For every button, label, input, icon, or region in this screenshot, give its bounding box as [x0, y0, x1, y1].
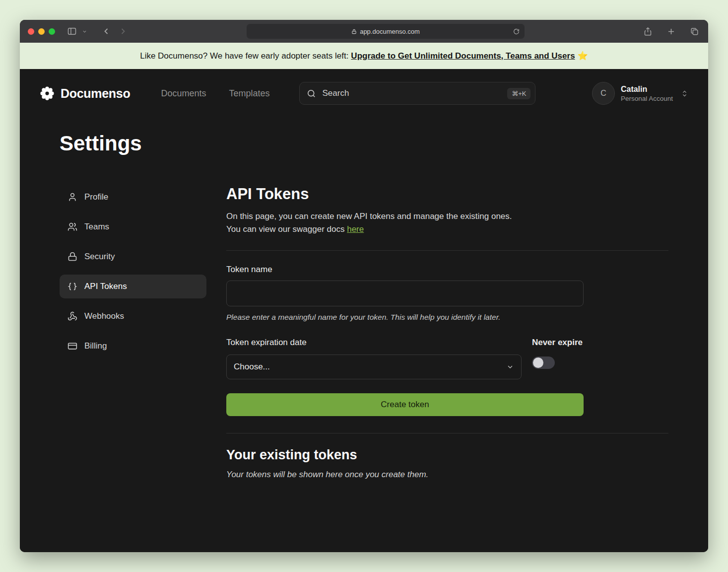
sidebar-toggle-icon[interactable] [66, 25, 78, 37]
sidebar-item-label: Profile [84, 192, 108, 202]
nav-documents[interactable]: Documents [161, 88, 206, 99]
sidebar-item-api-tokens[interactable]: API Tokens [60, 275, 206, 298]
sidebar-item-label: Security [84, 252, 115, 262]
users-icon [67, 222, 77, 232]
divider [226, 250, 668, 251]
app-area: Documenso Documents Templates Search ⌘+K… [20, 69, 708, 552]
sidebar-item-security[interactable]: Security [60, 245, 206, 269]
braces-icon [67, 282, 77, 291]
sidebar-item-label: Webhooks [84, 311, 124, 321]
sidebar-item-webhooks[interactable]: Webhooks [60, 304, 206, 328]
search-input[interactable]: Search ⌘+K [299, 82, 535, 105]
description-line-1: On this page, you can create new API tok… [226, 212, 512, 221]
settings-layout: Profile Teams Security [20, 185, 708, 480]
chevron-down-icon[interactable] [81, 28, 88, 35]
avatar: C [592, 82, 615, 105]
expiration-row: Token expiration date Choose... Never ex… [226, 338, 584, 379]
sidebar-item-label: Teams [84, 222, 109, 232]
address-bar[interactable]: app.documenso.com [247, 24, 525, 39]
share-icon[interactable] [642, 26, 654, 37]
promo-banner: Like Documenso? We have few early adopte… [20, 43, 708, 69]
expiration-select-value: Choose... [234, 362, 270, 372]
swagger-docs-link[interactable]: here [347, 224, 364, 234]
never-expire-label: Never expire [532, 338, 583, 348]
refresh-icon[interactable] [512, 27, 521, 36]
create-token-form: Token name Please enter a meaningful nam… [226, 265, 584, 416]
new-tab-icon[interactable] [665, 26, 677, 37]
chevron-down-icon [506, 363, 514, 371]
nav-templates[interactable]: Templates [229, 88, 269, 99]
user-account-type: Personal Account [621, 95, 673, 102]
user-icon [67, 192, 77, 202]
search-placeholder: Search [322, 88, 349, 98]
create-token-button[interactable]: Create token [226, 393, 584, 416]
back-button[interactable] [100, 25, 112, 37]
credit-card-icon [67, 341, 77, 351]
settings-sidebar: Profile Teams Security [60, 185, 206, 480]
api-tokens-panel: API Tokens On this page, you can create … [226, 185, 668, 480]
documenso-logo-icon [40, 86, 55, 101]
sidebar-item-label: API Tokens [84, 282, 127, 291]
user-menu[interactable]: C Catalin Personal Account [592, 82, 688, 105]
token-name-label: Token name [226, 265, 584, 275]
browser-window: app.documenso.com Like Documenso? We hav… [20, 20, 708, 552]
user-name: Catalin [621, 85, 673, 94]
browser-toolbar: app.documenso.com [20, 20, 708, 43]
search-shortcut-badge: ⌘+K [507, 88, 530, 99]
sidebar-item-billing[interactable]: Billing [60, 334, 206, 358]
forward-button[interactable] [117, 25, 129, 37]
toggle-knob [533, 358, 543, 368]
minimize-button[interactable] [38, 28, 45, 35]
description-line-2: You can view our swagger docs [226, 224, 344, 234]
url-text: app.documenso.com [360, 28, 420, 35]
chevrons-up-down-icon [681, 90, 688, 97]
upgrade-link[interactable]: Upgrade to Get Unlimited Documents, Team… [351, 51, 575, 61]
sidebar-item-teams[interactable]: Teams [60, 215, 206, 239]
page-title: Settings [60, 132, 708, 155]
sidebar-item-label: Billing [84, 341, 107, 351]
traffic-lights [28, 28, 55, 35]
close-button[interactable] [28, 28, 34, 35]
webhook-icon [67, 311, 77, 321]
lock-icon [67, 252, 77, 262]
section-description: On this page, you can create new API tok… [226, 210, 668, 236]
section-heading: API Tokens [226, 185, 668, 203]
expiration-label: Token expiration date [226, 338, 522, 348]
divider [226, 433, 668, 433]
zoom-button[interactable] [49, 28, 55, 35]
brand-name: Documenso [61, 86, 130, 101]
avatar-initial: C [600, 89, 606, 98]
token-name-hint: Please enter a meaningful name for your … [226, 313, 584, 322]
existing-tokens-heading: Your existing tokens [226, 447, 668, 463]
expiration-select[interactable]: Choose... [226, 355, 522, 379]
brand[interactable]: Documenso [40, 86, 130, 101]
star-emoji: ⭐ [578, 51, 588, 61]
never-expire-toggle[interactable] [532, 357, 555, 369]
search-icon [307, 89, 316, 98]
existing-tokens-empty-text: Your tokens will be shown here once you … [226, 470, 668, 480]
token-name-input[interactable] [226, 281, 584, 306]
app-header: Documenso Documents Templates Search ⌘+K… [20, 69, 708, 105]
banner-text: Like Documenso? We have few early adopte… [140, 51, 348, 61]
sidebar-item-profile[interactable]: Profile [60, 185, 206, 209]
lock-icon [351, 29, 357, 34]
tab-overview-icon[interactable] [689, 26, 700, 37]
main-nav: Documents Templates [161, 88, 269, 99]
